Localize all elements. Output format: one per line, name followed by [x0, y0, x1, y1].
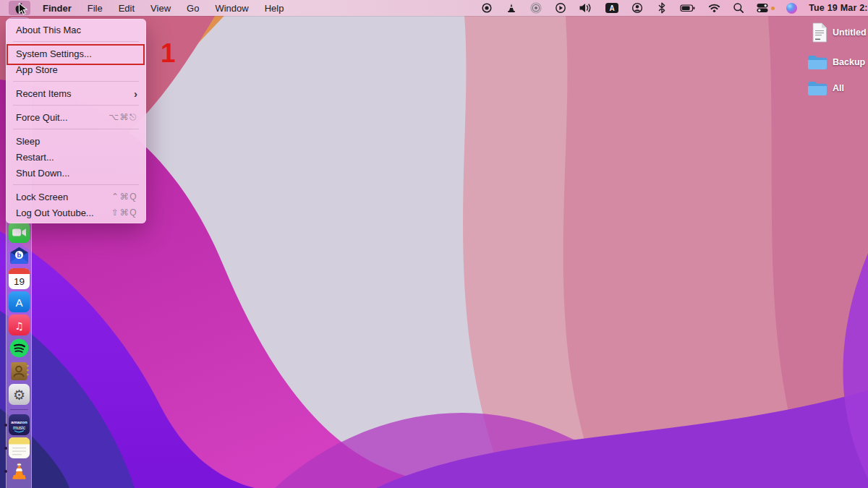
- menu-item-recent-items[interactable]: Recent Items ›: [6, 85, 146, 101]
- menubar-menu-edit[interactable]: Edit: [111, 0, 142, 16]
- dock-app-store-icon[interactable]: A: [9, 291, 30, 312]
- menu-divider: [13, 81, 139, 82]
- folder-icon: [807, 80, 827, 96]
- menubar-menu-go[interactable]: Go: [179, 0, 207, 16]
- menubar-menu-window[interactable]: Window: [207, 0, 256, 16]
- battery-icon[interactable]: [680, 2, 696, 14]
- annotation-step-number: 1: [161, 40, 176, 67]
- record-icon[interactable]: [480, 2, 493, 14]
- dock-contacts-book-icon[interactable]: [9, 361, 30, 382]
- menubar-menu-finder[interactable]: Finder: [35, 0, 80, 16]
- siri-icon[interactable]: [786, 3, 797, 14]
- document-icon: [812, 22, 827, 43]
- dock-spotify-icon[interactable]: [9, 338, 30, 359]
- apple-menu-panel: About This Mac System Settings... App St…: [6, 19, 146, 223]
- dock-facetime-icon[interactable]: [9, 222, 30, 243]
- mouse-cursor-icon: [18, 3, 29, 15]
- menu-item-log-out[interactable]: Log Out Youtube... ⇧⌘Q: [6, 205, 146, 221]
- play-circle-icon[interactable]: [554, 2, 567, 14]
- menu-item-label: Lock Screen: [16, 192, 111, 202]
- menu-item-label: Force Quit...: [16, 112, 109, 123]
- amazon-music-line1: amazon: [11, 420, 27, 424]
- dock-system-settings-icon[interactable]: ⚙: [9, 384, 30, 405]
- menu-item-app-store[interactable]: App Store: [6, 61, 146, 77]
- account-icon[interactable]: [631, 2, 644, 14]
- dock-notes-icon[interactable]: [9, 437, 30, 458]
- desktop-icon-untitled[interactable]: Untitled: [812, 22, 867, 43]
- dock-separator: [10, 409, 28, 410]
- wifi-icon[interactable]: [707, 2, 720, 14]
- menubar-menu-file[interactable]: File: [80, 0, 111, 16]
- menu-bar: Finder File Edit View Go Window Help: [0, 0, 868, 16]
- apple-menu-button[interactable]: [9, 1, 30, 15]
- app-store-letter: A: [15, 296, 22, 309]
- menu-item-label: App Store: [16, 64, 137, 75]
- dock-vlc-icon[interactable]: [9, 461, 30, 481]
- menu-item-shortcut: ⇧⌘Q: [111, 207, 137, 218]
- music-note-glyph: ♫: [14, 320, 24, 332]
- menu-divider: [13, 129, 139, 129]
- dock-items: b 19 A: [7, 222, 31, 481]
- dock-bluemail-icon[interactable]: b: [9, 245, 30, 266]
- desktop-screen: Finder File Edit View Go Window Help: [0, 0, 868, 488]
- menu-item-shut-down[interactable]: Shut Down...: [6, 165, 146, 181]
- menu-item-label: Log Out Youtube...: [16, 207, 111, 218]
- menu-bar-left: Finder File Edit View Go Window Help: [0, 0, 292, 16]
- menu-item-lock-screen[interactable]: Lock Screen ⌃⌘Q: [6, 189, 146, 205]
- amazon-music-line2: music: [12, 425, 25, 430]
- menu-item-about-this-mac[interactable]: About This Mac: [6, 22, 146, 38]
- dock-calendar-icon[interactable]: 19: [9, 268, 30, 289]
- running-indicator: [4, 424, 7, 427]
- vlc-cone-icon[interactable]: [505, 2, 518, 14]
- volume-icon[interactable]: [579, 2, 593, 14]
- menu-item-label: Recent Items: [16, 88, 134, 99]
- gear-glyph: ⚙: [12, 387, 25, 403]
- menu-item-system-settings[interactable]: System Settings...: [6, 46, 146, 61]
- keyboard-input-letter: A: [610, 4, 615, 12]
- control-center-icon[interactable]: [757, 2, 775, 14]
- menubar-clock[interactable]: Tue 19 Mar 2:23: [809, 3, 868, 13]
- hotspot-icon[interactable]: [529, 2, 542, 14]
- menu-item-label: Shut Down...: [16, 168, 137, 179]
- bluemail-letter: b: [17, 251, 21, 259]
- desktop-icon-all[interactable]: All: [807, 80, 844, 96]
- keyboard-input-icon[interactable]: A: [605, 2, 619, 14]
- desktop-icon-label: All: [833, 83, 844, 93]
- folder-icon: [807, 54, 827, 70]
- dock-apple-music-icon[interactable]: ♫: [9, 314, 30, 335]
- menu-item-sleep[interactable]: Sleep: [6, 133, 146, 149]
- menu-divider: [13, 105, 139, 106]
- bluetooth-icon[interactable]: [655, 2, 668, 14]
- menu-bar-status-area: A Tue 19 Mar 2:23: [480, 0, 868, 16]
- menu-divider: [13, 41, 139, 42]
- menubar-menu-help[interactable]: Help: [257, 0, 292, 16]
- desktop-icon-label: Untitled: [833, 27, 867, 38]
- menu-item-shortcut: ⌥⌘⎋: [109, 112, 137, 122]
- running-indicator: [4, 470, 7, 473]
- notification-dot: [771, 7, 775, 10]
- menu-item-label: System Settings...: [16, 48, 137, 59]
- menu-item-label: About This Mac: [16, 25, 137, 35]
- dock-amazon-music-icon[interactable]: amazon music: [9, 414, 30, 435]
- running-indicator: [4, 447, 7, 450]
- desktop-icon-backup[interactable]: Backup: [807, 54, 865, 70]
- menu-item-restart[interactable]: Restart...: [6, 149, 146, 165]
- menu-divider: [13, 184, 139, 185]
- search-icon[interactable]: [732, 2, 745, 14]
- menu-item-force-quit[interactable]: Force Quit... ⌥⌘⎋: [6, 109, 146, 125]
- menu-item-label: Sleep: [16, 136, 137, 147]
- desktop-icon-label: Backup: [833, 57, 865, 67]
- menu-item-label: Restart...: [16, 152, 137, 163]
- submenu-chevron-icon: ›: [134, 88, 137, 99]
- calendar-day: 19: [13, 276, 24, 287]
- menubar-menu-view[interactable]: View: [142, 0, 179, 16]
- menu-item-shortcut: ⌃⌘Q: [111, 192, 137, 202]
